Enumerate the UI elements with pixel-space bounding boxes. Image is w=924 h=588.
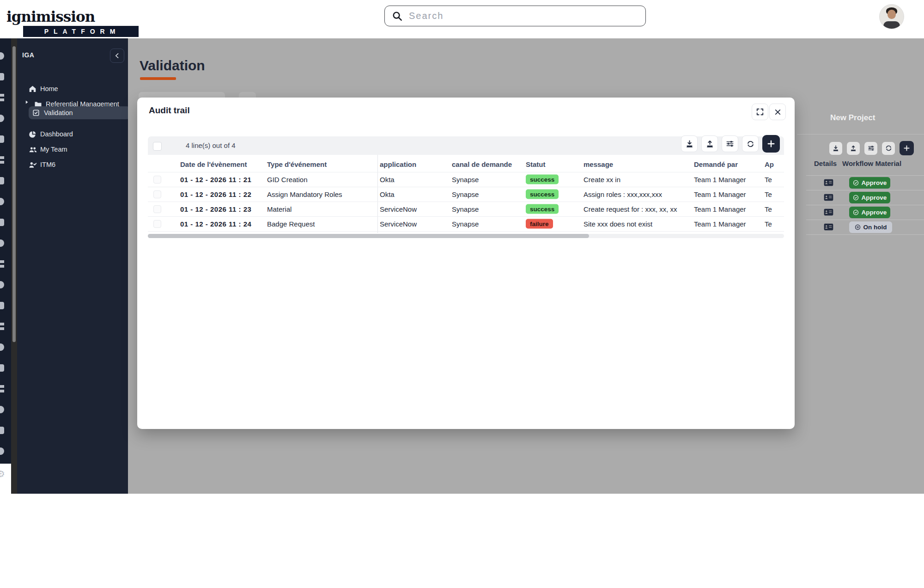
details-id-card-icon[interactable]: [824, 179, 833, 186]
user-avatar[interactable]: [879, 4, 904, 29]
add-button[interactable]: [762, 135, 780, 153]
table-row[interactable]: 01 - 12 - 2026 11 : 21 GID Creation Okta…: [148, 172, 784, 187]
expand-modal-button[interactable]: [752, 104, 768, 120]
rail-module-icon[interactable]: [0, 343, 4, 351]
rail-scrollbar-thumb[interactable]: [12, 46, 16, 342]
column-header-date[interactable]: Date de l'évènement: [180, 160, 247, 168]
approve-button-label: Approve: [862, 179, 887, 186]
rail-module-icon[interactable]: [0, 406, 4, 413]
check-circle-icon: [853, 195, 859, 201]
row-checkbox[interactable]: [153, 220, 161, 228]
cell-date: 01 - 12 - 2026 11 : 23: [180, 205, 251, 213]
rail-module-icon[interactable]: [0, 302, 4, 309]
audit-table: Date de l'évènement Type d'événement app…: [148, 155, 784, 238]
column-header-message[interactable]: message: [584, 160, 613, 168]
rail-module-icon[interactable]: [0, 447, 4, 455]
sidebar: IGA Home Referential Management: [17, 38, 128, 494]
sidebar-item-home[interactable]: Home: [29, 82, 126, 95]
sidebar-item-label: Dashboard: [40, 130, 73, 138]
cell-approuve-par-clipped: Te: [765, 205, 772, 213]
details-id-card-icon[interactable]: [824, 208, 833, 216]
download-button[interactable]: [681, 135, 698, 152]
cell-demande-par: Team 1 Manager: [694, 176, 746, 184]
rail-module-icon[interactable]: [0, 156, 4, 164]
global-search[interactable]: [384, 6, 646, 26]
sidebar-item-my-team[interactable]: My Team: [29, 143, 126, 156]
rail-module-icon[interactable]: [0, 94, 4, 101]
rail-module-icon[interactable]: [0, 198, 4, 205]
background-row-divider: [806, 220, 924, 220]
sidebar-item-label: My Team: [40, 146, 67, 153]
users-icon: [29, 146, 36, 153]
table-row[interactable]: 01 - 12 - 2026 11 : 24 Badge Request Ser…: [148, 216, 784, 231]
rail-module-icon[interactable]: [0, 281, 4, 288]
modal-title: Audit trail: [149, 105, 190, 116]
cell-application: ServiceNow: [380, 220, 417, 228]
column-header-demande-par[interactable]: Demandé par: [694, 160, 738, 168]
cell-approuve-par-clipped: Te: [765, 176, 772, 184]
refresh-button[interactable]: [742, 135, 759, 152]
background-row-divider: [806, 205, 924, 205]
column-header-canal[interactable]: canal de demande: [452, 160, 512, 168]
background-row-divider: [806, 234, 924, 235]
rail-module-icon[interactable]: [0, 219, 4, 226]
add-button[interactable]: [900, 141, 914, 155]
upload-button[interactable]: [847, 142, 860, 155]
sidebar-item-dashboard[interactable]: Dashboard: [29, 128, 126, 141]
row-checkbox[interactable]: [153, 205, 161, 213]
horizontal-scrollbar-thumb[interactable]: [148, 234, 589, 238]
rail-module-icon[interactable]: [0, 115, 4, 122]
approve-button[interactable]: Approve: [849, 192, 890, 203]
search-input[interactable]: [408, 10, 638, 22]
background-column-workflow-material: Workflow Material: [842, 159, 901, 167]
close-modal-button[interactable]: [769, 104, 786, 120]
cell-type: Badge Request: [267, 220, 315, 228]
download-button[interactable]: [829, 142, 842, 155]
filter-button[interactable]: [722, 135, 738, 152]
cell-demande-par: Team 1 Manager: [694, 205, 746, 213]
rail-module-icon[interactable]: [0, 385, 4, 392]
settings-gear-icon[interactable]: ⚙: [0, 468, 5, 479]
approve-button[interactable]: Approve: [849, 177, 890, 189]
approve-button[interactable]: Approve: [849, 207, 890, 218]
background-column-details: Details: [814, 159, 837, 167]
new-project-button[interactable]: New Project: [830, 113, 875, 122]
rail-scrollbar[interactable]: [11, 38, 17, 494]
details-id-card-icon[interactable]: [824, 194, 833, 201]
on-hold-button[interactable]: On hold: [849, 221, 892, 233]
background-divider: [797, 134, 924, 135]
column-header-type[interactable]: Type d'événement: [267, 160, 327, 168]
column-header-approuve-par-clipped[interactable]: Ap: [765, 160, 774, 168]
table-row[interactable]: 01 - 12 - 2026 11 : 22 Assign Mandatory …: [148, 187, 784, 202]
brand-logo: ignimission: [6, 8, 95, 25]
table-row[interactable]: 01 - 12 - 2026 11 : 23 Material ServiceN…: [148, 202, 784, 216]
rail-module-icon[interactable]: [0, 177, 4, 184]
rail-module-icon[interactable]: [0, 427, 4, 434]
sidebar-collapse-button[interactable]: [110, 49, 124, 63]
filter-button[interactable]: [864, 142, 877, 155]
sidebar-item-itm6[interactable]: ITM6: [29, 158, 126, 171]
page-title-accent-bar: [140, 77, 176, 80]
select-all-checkbox[interactable]: [153, 142, 162, 151]
rail-module-icon[interactable]: [0, 52, 4, 60]
rail-module-icon[interactable]: [0, 73, 4, 80]
rail-module-icon[interactable]: [0, 364, 4, 372]
refresh-button[interactable]: [882, 142, 895, 155]
cell-application: Okta: [380, 190, 395, 198]
details-id-card-icon[interactable]: [824, 223, 833, 231]
horizontal-scrollbar[interactable]: [148, 234, 784, 238]
column-header-statut[interactable]: Statut: [526, 160, 546, 168]
row-checkbox[interactable]: [153, 176, 161, 184]
sidebar-section-label: IGA: [22, 51, 34, 59]
rail-module-icon[interactable]: [0, 239, 4, 247]
rail-module-icon[interactable]: [0, 135, 4, 143]
caret-right-icon[interactable]: [24, 100, 29, 104]
sidebar-item-validation[interactable]: Validation: [29, 106, 130, 119]
column-header-application[interactable]: application: [380, 160, 416, 168]
row-checkbox[interactable]: [153, 190, 161, 198]
cell-message: Create request for : xxx, xx, xx: [584, 205, 677, 213]
rail-module-icon[interactable]: [0, 260, 4, 268]
rail-module-icon[interactable]: [0, 323, 4, 330]
upload-button[interactable]: [701, 135, 718, 152]
cell-message: Site xxx does not exist: [584, 220, 652, 228]
